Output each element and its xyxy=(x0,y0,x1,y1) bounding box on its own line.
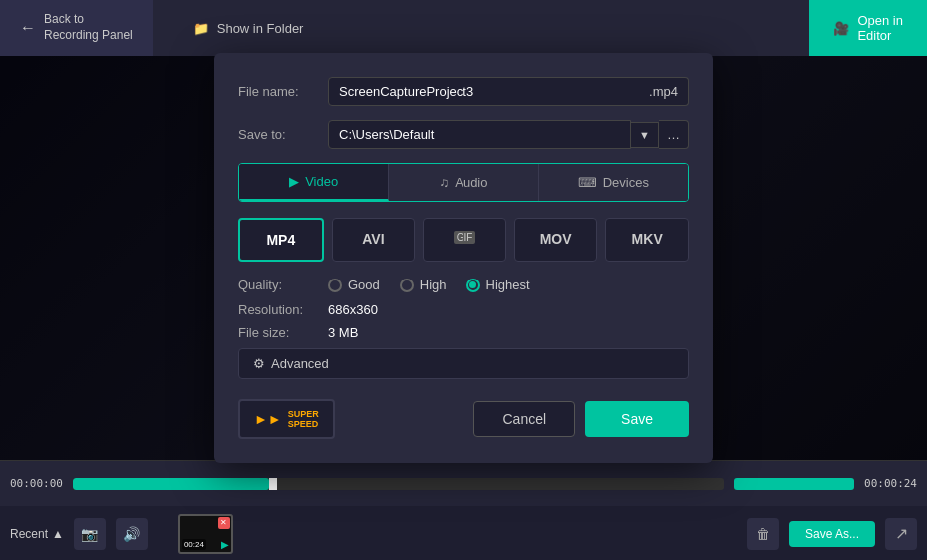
resolution-value: 686x360 xyxy=(328,302,378,317)
time-left-display: 00:00:00 xyxy=(10,477,63,490)
mp4-label: MP4 xyxy=(266,232,295,248)
recent-button[interactable]: Recent ▲ xyxy=(10,527,64,541)
resolution-row: Resolution: 686x360 xyxy=(238,302,689,317)
quality-label: Quality: xyxy=(238,278,328,292)
toolbar-left: ← Back to Recording Panel 📁 Show in Fold… xyxy=(0,0,323,56)
audio-button[interactable]: 🔊 xyxy=(116,518,148,550)
save-to-row: Save to: C:\Users\Default ▼ … xyxy=(238,120,689,149)
save-button[interactable]: Save xyxy=(585,401,689,437)
format-gif-button[interactable]: GIF xyxy=(423,218,506,262)
format-mkv-button[interactable]: MKV xyxy=(605,218,689,262)
quality-row: Quality: Good High Highest xyxy=(238,278,689,292)
open-editor-line1: Open in xyxy=(857,13,903,28)
bottom-panel: Recent ▲ 📷 🔊 ✕ 00:24 ▶ 🗑 Save As... ↗ xyxy=(0,506,927,560)
video-tab-icon: ▶ xyxy=(289,174,299,189)
thumbnail-close-button[interactable]: ✕ xyxy=(218,517,230,529)
back-line2: Recording Panel xyxy=(44,28,133,44)
save-as-button[interactable]: Save As... xyxy=(789,521,875,547)
export-button[interactable]: ↗ xyxy=(885,518,917,550)
quality-high-label: High xyxy=(420,278,447,292)
save-to-select[interactable]: C:\Users\Default xyxy=(328,120,631,149)
export-icon: ↗ xyxy=(895,524,908,543)
thumbnail-time: 00:24 xyxy=(182,539,206,550)
gear-icon: ⚙ xyxy=(253,356,265,371)
format-tabs: ▶ Video ♫ Audio ⌨ Devices xyxy=(238,163,689,202)
format-mov-button[interactable]: MOV xyxy=(514,218,598,262)
timeline-area: 00:00:00 00:00:24 Recent ▲ 📷 🔊 ✕ 00:24 ▶… xyxy=(0,460,927,560)
modal-overlay: File name: .mp4 Save to: C:\Users\Defaul… xyxy=(0,56,927,460)
quality-highest-radio[interactable] xyxy=(466,279,480,292)
devices-tab-label: Devices xyxy=(603,175,649,190)
cancel-button[interactable]: Cancel xyxy=(473,401,575,437)
save-to-label: Save to: xyxy=(238,127,328,142)
quality-high-option[interactable]: High xyxy=(400,278,447,292)
speaker-icon: 🔊 xyxy=(123,526,140,542)
back-button[interactable]: ← Back to Recording Panel xyxy=(0,0,153,56)
folder-icon: 📁 xyxy=(193,21,209,36)
super-speed-button[interactable]: ►► SUPER SPEED xyxy=(238,399,335,439)
timeline-controls: 00:00:00 00:00:24 xyxy=(0,461,927,506)
camera-icon: 📷 xyxy=(81,526,98,542)
quality-highest-option[interactable]: Highest xyxy=(466,278,530,292)
devices-tab-icon: ⌨ xyxy=(578,175,597,190)
file-size-row: File size: 3 MB xyxy=(238,325,689,340)
audio-tab-label: Audio xyxy=(455,175,487,190)
file-size-value: 3 MB xyxy=(328,325,358,340)
back-line1: Back to xyxy=(44,12,133,28)
timeline-thumb[interactable] xyxy=(269,478,277,490)
time-right-display: 00:00:24 xyxy=(864,477,917,490)
timeline-bar[interactable] xyxy=(73,478,724,490)
gif-icon: GIF xyxy=(454,231,476,244)
mov-label: MOV xyxy=(540,231,572,247)
advanced-button[interactable]: ⚙ Advanced xyxy=(238,348,689,379)
video-tab-label: Video xyxy=(305,174,338,189)
recent-label: Recent xyxy=(10,527,48,541)
delete-button[interactable]: 🗑 xyxy=(747,518,779,550)
quality-good-radio[interactable] xyxy=(328,279,342,292)
trash-icon: 🗑 xyxy=(756,526,770,542)
file-name-row: File name: .mp4 xyxy=(238,77,689,106)
recent-chevron-icon: ▲ xyxy=(52,527,64,541)
show-folder-label: Show in Folder xyxy=(217,21,304,36)
avi-label: AVI xyxy=(362,231,384,247)
super-speed-icon: ►► xyxy=(254,411,282,427)
editor-icon: 🎥 xyxy=(833,21,849,36)
camera-button[interactable]: 📷 xyxy=(74,518,106,550)
show-in-folder-button[interactable]: 📁 Show in Folder xyxy=(173,0,324,56)
super-speed-label2: SPEED xyxy=(288,419,319,429)
quality-high-radio[interactable] xyxy=(400,279,414,292)
quality-good-option[interactable]: Good xyxy=(328,278,380,292)
tab-video[interactable]: ▶ Video xyxy=(239,164,389,201)
file-size-label: File size: xyxy=(238,325,328,340)
tab-devices[interactable]: ⌨ Devices xyxy=(539,164,688,201)
file-name-input[interactable] xyxy=(328,77,640,106)
quality-good-label: Good xyxy=(348,278,380,292)
open-editor-line2: Editor xyxy=(857,28,903,43)
top-toolbar: ← Back to Recording Panel 📁 Show in Fold… xyxy=(0,0,927,56)
save-to-chevron-icon[interactable]: ▼ xyxy=(631,122,659,148)
export-modal: File name: .mp4 Save to: C:\Users\Defaul… xyxy=(214,53,713,463)
audio-tab-icon: ♫ xyxy=(439,175,449,190)
timeline-progress xyxy=(73,478,269,490)
format-mp4-button[interactable]: MP4 xyxy=(238,218,324,262)
file-name-label: File name: xyxy=(238,84,328,99)
save-to-wrapper: C:\Users\Default ▼ … xyxy=(328,120,689,149)
modal-actions: Cancel Save xyxy=(473,401,689,437)
thumbnail-play-icon: ▶ xyxy=(221,539,229,550)
file-ext-badge: .mp4 xyxy=(639,77,689,106)
arrow-left-icon: ← xyxy=(20,19,36,37)
quality-highest-label: Highest xyxy=(486,278,530,292)
format-avi-button[interactable]: AVI xyxy=(332,218,416,262)
super-speed-label: SUPER xyxy=(288,409,319,419)
radio-selected-dot xyxy=(469,281,476,288)
modal-bottom: ►► SUPER SPEED Cancel Save xyxy=(238,399,689,439)
save-to-browse-button[interactable]: … xyxy=(659,120,689,149)
mkv-label: MKV xyxy=(632,231,663,247)
advanced-label: Advanced xyxy=(271,356,329,371)
quality-options: Good High Highest xyxy=(328,278,530,292)
open-in-editor-button[interactable]: 🎥 Open in Editor xyxy=(809,0,927,56)
video-thumbnail: ✕ 00:24 ▶ xyxy=(178,514,233,554)
format-row: MP4 AVI GIF MOV MKV xyxy=(238,218,689,262)
tab-audio[interactable]: ♫ Audio xyxy=(389,164,538,201)
timeline-right-bar xyxy=(734,478,854,490)
